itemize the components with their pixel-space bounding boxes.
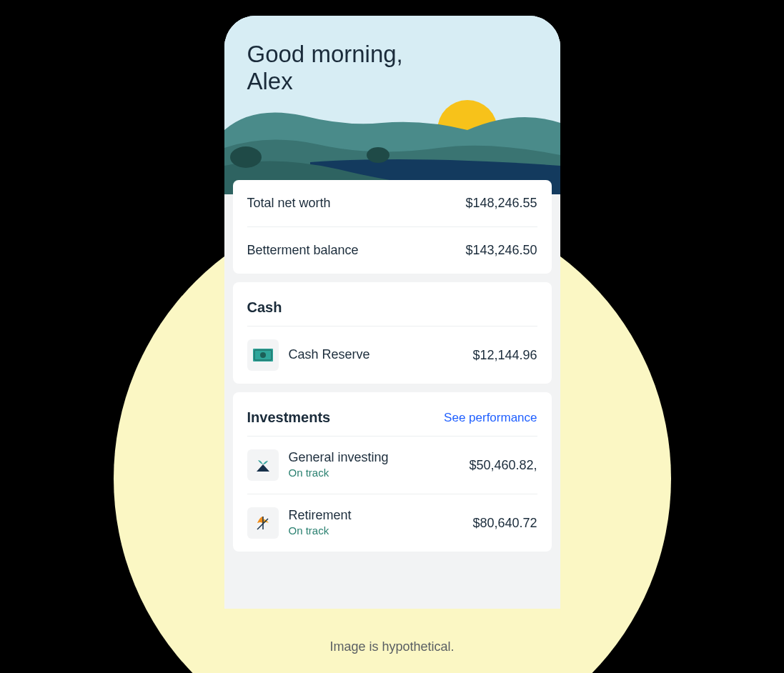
retirement-amount: $80,640.72 (472, 516, 537, 531)
summary-card: Total net worth $148,246.55 Betterment b… (233, 180, 552, 274)
umbrella-icon (247, 507, 279, 539)
balance-label: Betterment balance (247, 243, 359, 258)
investments-header: Investments See performance (247, 392, 537, 437)
general-investing-amount: $50,460.82, (469, 458, 537, 473)
cash-reserve-name: Cash Reserve (289, 347, 463, 363)
net-worth-row[interactable]: Total net worth $148,246.55 (247, 180, 537, 226)
investments-title: Investments (247, 409, 331, 426)
cash-card: Cash Cash Reserve $12,144.96 (233, 282, 552, 384)
investments-card: Investments See performance General inve… (233, 392, 552, 552)
balance-value: $143,246.50 (465, 243, 537, 258)
net-worth-value: $148,246.55 (465, 196, 537, 211)
general-investing-row[interactable]: General investing On track $50,460.82, (247, 437, 537, 494)
greeting-line2: Alex (247, 68, 403, 95)
retirement-status: On track (289, 524, 463, 538)
phone-frame: Good morning, Alex Total net worth $148,… (224, 16, 560, 609)
cash-header: Cash (247, 282, 537, 326)
cash-title: Cash (247, 299, 282, 316)
balance-row[interactable]: Betterment balance $143,246.50 (247, 226, 537, 274)
see-performance-link[interactable]: See performance (444, 411, 537, 425)
cash-reserve-row[interactable]: Cash Reserve $12,144.96 (247, 326, 537, 384)
general-investing-status: On track (289, 466, 460, 480)
greeting: Good morning, Alex (247, 41, 403, 95)
plant-icon (247, 449, 279, 481)
hero-illustration: Good morning, Alex (224, 16, 560, 194)
svg-point-6 (260, 352, 266, 358)
cash-icon (247, 339, 279, 371)
retirement-name: Retirement (289, 508, 463, 524)
caption: Image is hypothetical. (0, 639, 784, 654)
greeting-line1: Good morning, (247, 41, 403, 68)
net-worth-label: Total net worth (247, 196, 331, 211)
svg-point-2 (230, 146, 262, 168)
general-investing-name: General investing (289, 450, 460, 466)
svg-point-3 (367, 147, 389, 163)
retirement-row[interactable]: Retirement On track $80,640.72 (247, 494, 537, 552)
cash-reserve-amount: $12,144.96 (472, 348, 537, 363)
